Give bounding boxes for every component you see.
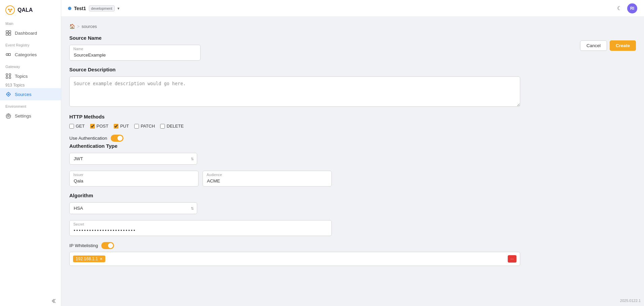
issuer-input-wrapper: Issuer [69, 171, 199, 186]
auth-type-section: Authentication Type JWT OAuth2 API Key B… [69, 143, 636, 165]
topbar: Test1 development ▾ ☾ RI [61, 0, 644, 17]
ip-whitelisting-label: IP Whitelisting [69, 243, 98, 248]
source-description-title: Source Description [69, 67, 636, 72]
auth-type-title: Authentication Type [69, 143, 636, 149]
svg-rect-10 [9, 33, 11, 35]
http-methods-list: GET POST PUT PATCH DELETE [69, 124, 636, 129]
version-text: 2025.0122.1 [620, 299, 641, 303]
svg-point-24 [8, 115, 9, 117]
use-auth-toggle-row: Use Authentication [69, 135, 636, 142]
app-name: QALA [17, 7, 33, 13]
method-put-checkbox[interactable] [114, 124, 118, 129]
breadcrumb-home-icon[interactable]: 🏠 [69, 24, 75, 29]
main-area: Test1 development ▾ ☾ RI 🏠 > sources Can… [61, 0, 644, 306]
auth-type-select-wrapper: JWT OAuth2 API Key Basic [69, 153, 197, 165]
page-content: 🏠 > sources Cancel Create Source Name Na… [61, 17, 644, 306]
create-button[interactable]: Create [610, 40, 636, 51]
dashboard-icon [5, 30, 11, 36]
section-main-label: Main [0, 18, 61, 27]
auth-type-select[interactable]: JWT OAuth2 API Key Basic [69, 153, 197, 165]
method-get-checkbox[interactable] [69, 124, 74, 129]
algorithm-title: Algorithm [69, 193, 636, 198]
svg-point-19 [8, 94, 9, 95]
sidebar-collapse-button[interactable] [0, 296, 61, 306]
svg-rect-14 [9, 74, 11, 75]
sidebar-item-dashboard[interactable]: Dashboard [0, 27, 61, 39]
method-patch[interactable]: PATCH [134, 124, 155, 129]
sidebar-item-settings-label: Settings [15, 113, 31, 118]
source-description-section: Source Description Source example descri… [69, 67, 636, 108]
cancel-button[interactable]: Cancel [580, 40, 607, 51]
ip-whitelisting-toggle-row: IP Whitelisting [69, 242, 636, 249]
source-name-section: Source Name Name [69, 35, 636, 61]
use-auth-toggle[interactable] [111, 135, 123, 142]
sidebar-item-settings[interactable]: Settings [0, 110, 61, 122]
http-methods-title: HTTP Methods [69, 114, 636, 120]
secret-input-wrapper: Secret [69, 220, 332, 236]
logo: QALA [0, 0, 61, 18]
method-delete-checkbox[interactable] [160, 124, 165, 129]
method-delete[interactable]: DELETE [160, 124, 184, 129]
name-field-label: Name [73, 47, 83, 51]
secret-label: Secret [73, 222, 84, 226]
use-auth-slider [111, 135, 123, 142]
audience-input-wrapper: Audience [203, 171, 332, 186]
project-title: Test1 [74, 6, 86, 11]
issuer-label: Issuer [73, 173, 83, 177]
project-dropdown-chevron[interactable]: ▾ [117, 6, 119, 11]
topics-count-badge: 913 Topics [0, 82, 61, 88]
ip-tag-value: 192.168.1.1 [76, 257, 98, 261]
ip-tag-close-button[interactable]: ✕ [100, 257, 103, 261]
method-post[interactable]: POST [90, 124, 108, 129]
issuer-input[interactable] [69, 171, 199, 186]
breadcrumb-sources[interactable]: sources [82, 24, 97, 29]
secret-section: Secret [69, 220, 636, 236]
ip-whitelisting-toggle[interactable] [101, 242, 114, 249]
audience-label: Audience [207, 173, 222, 177]
breadcrumb-separator: > [77, 24, 80, 29]
method-patch-checkbox[interactable] [134, 124, 139, 129]
use-auth-label: Use Authentication [69, 136, 107, 141]
sidebar-item-topics-label: Topics [15, 74, 28, 79]
ip-tag-add-button[interactable]: ··· [508, 255, 516, 263]
sidebar-item-dashboard-label: Dashboard [15, 31, 37, 36]
svg-rect-15 [9, 77, 11, 78]
section-event-registry-label: Event Registry [0, 39, 61, 48]
http-methods-section: HTTP Methods GET POST PUT PATCH DELETE [69, 114, 636, 129]
dark-mode-toggle[interactable]: ☾ [617, 5, 622, 11]
topbar-right: ☾ RI [617, 3, 637, 13]
ip-tag-row: 192.168.1.1 ✕ ··· [69, 252, 520, 266]
breadcrumb: 🏠 > sources [69, 24, 636, 29]
method-post-checkbox[interactable] [90, 124, 95, 129]
user-avatar[interactable]: RI [627, 3, 637, 13]
sources-icon [5, 91, 11, 97]
svg-point-0 [6, 6, 14, 14]
section-gateway-label: Gateway [0, 61, 61, 70]
section-environment-label: Environment [0, 100, 61, 110]
source-description-textarea[interactable]: Source example description would go here… [69, 76, 520, 107]
ip-whitelisting-slider [101, 242, 114, 249]
svg-rect-9 [6, 33, 8, 35]
topics-icon [5, 73, 11, 79]
topbar-left: Test1 development ▾ [68, 5, 119, 11]
algorithm-select[interactable]: HSA RSA ECDSA [69, 202, 197, 214]
algorithm-select-wrapper: HSA RSA ECDSA [69, 202, 197, 214]
source-name-input[interactable] [69, 45, 201, 61]
sidebar-item-topics[interactable]: Topics [0, 70, 61, 82]
ip-tag-192-168-1-1: 192.168.1.1 ✕ [73, 256, 105, 262]
source-name-title: Source Name [69, 35, 636, 41]
sidebar-item-categories[interactable]: Categories [0, 48, 61, 61]
secret-input[interactable] [69, 220, 332, 236]
categories-icon [5, 52, 11, 58]
env-dot [68, 7, 71, 10]
sidebar-item-sources[interactable]: Sources [0, 88, 61, 100]
action-buttons: Cancel Create [580, 40, 636, 51]
issuer-audience-row: Issuer Audience [69, 171, 332, 186]
method-get[interactable]: GET [69, 124, 85, 129]
svg-rect-7 [6, 31, 8, 33]
svg-rect-13 [6, 77, 8, 78]
svg-rect-12 [6, 74, 8, 75]
settings-icon [5, 113, 11, 119]
method-put[interactable]: PUT [114, 124, 129, 129]
env-badge: development [89, 5, 115, 11]
